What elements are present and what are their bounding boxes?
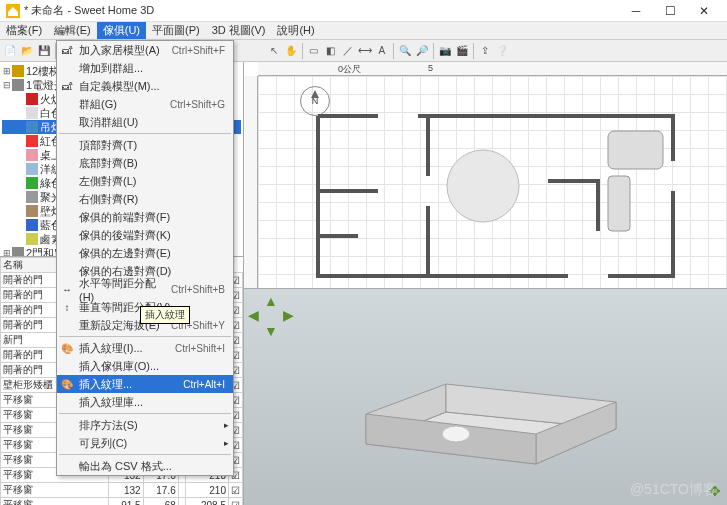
polyline-icon[interactable]: ／ [340,43,356,59]
menu-item-label: 加入家居模型(A) [79,43,160,58]
furniture-menu-dropdown: 🛋加入家居模型(A)Ctrl+Shift+F增加到群組...🛋自定義模型(M).… [56,40,234,476]
tooltip: 插入紋理 [140,306,190,324]
menu-item[interactable]: 增加到群組... [57,59,233,77]
expand-icon[interactable]: ⊞ [2,246,12,256]
svg-rect-2 [608,131,663,169]
menu-item-label: 右側對齊(R) [79,192,138,207]
menu-item[interactable]: 底部對齊(B) [57,154,233,172]
ruler-zero: 0公尺 [338,63,361,76]
help-icon[interactable]: ❔ [494,43,510,59]
table-row[interactable]: 平移窗91.568208.5☑ [1,498,243,506]
menu-item-label: 底部對齊(B) [79,156,138,171]
menu-4[interactable]: 3D 視圖(V) [206,22,272,39]
table-row[interactable]: 平移窗13217.6210☑ [1,483,243,498]
menu-item-icon: ↕ [60,300,74,314]
menu-item[interactable]: 輸出為 CSV 格式... [57,457,233,475]
menu-item[interactable]: 插入紋理庫... [57,393,233,411]
save-icon[interactable]: 💾 [36,43,52,59]
menu-item-label: 群組(G) [79,97,117,112]
menu-item[interactable]: 排序方法(S) [57,416,233,434]
menu-item-label: 輸出為 CSV 格式... [79,459,172,474]
menu-item[interactable]: 🎨插入紋理(I)...Ctrl+Shift+I [57,339,233,357]
menu-item[interactable]: 頂部對齊(T) [57,136,233,154]
floorplan-walls [258,76,718,289]
menu-item[interactable]: 傢俱的左邊對齊(E) [57,244,233,262]
menu-item-label: 頂部對齊(T) [79,138,137,153]
table-cell: 68 [143,498,178,506]
zoomout-icon[interactable]: 🔍 [397,43,413,59]
tree-item-icon [26,107,38,119]
tree-item-icon [26,191,38,203]
menu-item-label: 插入紋理... [79,377,132,392]
select-icon[interactable]: ↖ [266,43,282,59]
video-icon[interactable]: 🎬 [454,43,470,59]
menu-item-icon: 🎨 [60,341,74,355]
menu-item[interactable]: 左側對齊(L) [57,172,233,190]
room-icon[interactable]: ◧ [323,43,339,59]
menu-item[interactable]: ↔水平等間距分配(H)Ctrl+Shift+B [57,280,233,298]
menu-item[interactable]: 🛋自定義模型(M)... [57,77,233,95]
expand-icon[interactable]: ⊟ [2,78,12,92]
table-cell [178,483,185,498]
menu-item-icon: ↔ [60,282,74,296]
menu-item-shortcut: Ctrl+Shift+B [171,284,225,295]
wall-icon[interactable]: ▭ [306,43,322,59]
menu-item-shortcut: Ctrl+Shift+F [172,45,225,56]
menu-item-label: 自定義模型(M)... [79,79,160,94]
nav-rotate[interactable]: ▲ ▼ ◀ ▶ [250,295,292,337]
table-cell: 91.5 [108,498,143,506]
menu-item-icon: 🎨 [60,377,74,391]
menu-item[interactable]: 右側對齊(R) [57,190,233,208]
menu-item-label: 傢俱的左邊對齊(E) [79,246,171,261]
photo-icon[interactable]: 📷 [437,43,453,59]
menu-0[interactable]: 檔案(F) [0,22,48,39]
menu-item[interactable]: 取消群組(U) [57,113,233,131]
svg-point-1 [447,150,519,222]
dimension-icon[interactable]: ⟷ [357,43,373,59]
menu-3[interactable]: 平面圖(P) [146,22,206,39]
menu-item-label: 傢俱的前端對齊(F) [79,210,170,225]
menu-5[interactable]: 說明(H) [271,22,320,39]
ruler-vertical [244,76,258,288]
open-icon[interactable]: 📂 [19,43,35,59]
table-cell [178,498,185,506]
3d-view[interactable]: ▲ ▼ ◀ ▶ ✥ @51CTO博客 [244,289,727,505]
close-button[interactable]: ✕ [687,1,721,21]
menubar: 檔案(F)編輯(E)傢俱(U)平面圖(P)3D 視圖(V)說明(H) [0,22,727,40]
table-cell: 132 [108,483,143,498]
menu-item-label: 排序方法(S) [79,418,138,433]
menu-2[interactable]: 傢俱(U) [97,22,146,39]
zoomin-icon[interactable]: 🔎 [414,43,430,59]
maximize-button[interactable]: ☐ [653,1,687,21]
menu-item-label: 傢俱的後端對齊(K) [79,228,171,243]
titlebar: * 未命名 - Sweet Home 3D ─ ☐ ✕ [0,0,727,22]
menu-item[interactable]: 🎨插入紋理...Ctrl+Alt+I [57,375,233,393]
plan-view[interactable]: 0公尺 5 N [244,62,727,289]
visible-checkbox[interactable]: ☑ [229,498,243,506]
visible-checkbox[interactable]: ☑ [229,483,243,498]
tree-item-icon [26,163,38,175]
menu-item[interactable]: 🛋加入家居模型(A)Ctrl+Shift+F [57,41,233,59]
export-icon[interactable]: ⇪ [477,43,493,59]
menu-1[interactable]: 編輯(E) [48,22,97,39]
tree-item-icon [26,177,38,189]
pan-icon[interactable]: ✋ [283,43,299,59]
menu-item-label: 左側對齊(L) [79,174,136,189]
new-icon[interactable]: 📄 [2,43,18,59]
tree-item-icon [26,93,38,105]
menu-item-label: 可見列(C) [79,436,127,451]
menu-item[interactable]: 傢俱的前端對齊(F) [57,208,233,226]
menu-item-label: 取消群組(U) [79,115,138,130]
3d-model [336,334,636,484]
window-title: * 未命名 - Sweet Home 3D [24,3,619,18]
table-cell: 210 [185,483,228,498]
menu-item-label: 插入紋理庫... [79,395,143,410]
table-cell: 平移窗 [1,498,109,506]
minimize-button[interactable]: ─ [619,1,653,21]
text-icon[interactable]: A [374,43,390,59]
menu-item[interactable]: 群組(G)Ctrl+Shift+G [57,95,233,113]
expand-icon[interactable]: ⊞ [2,64,12,78]
menu-item[interactable]: 傢俱的後端對齊(K) [57,226,233,244]
menu-item[interactable]: 插入傢俱庫(O)... [57,357,233,375]
menu-item[interactable]: 可見列(C) [57,434,233,452]
